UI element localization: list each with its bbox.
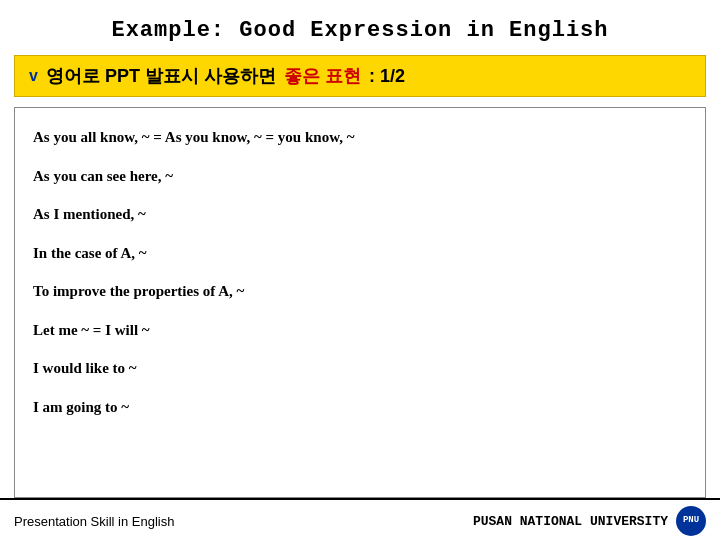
subtitle-korean-part1: 영어로 PPT 발표시 사용하면 [46, 64, 276, 88]
expression-item-1: As you all know, ~ = As you know, ~ = yo… [33, 118, 687, 157]
university-logo: PNU [676, 506, 706, 536]
slide-title: Example: Good Expression in English [0, 0, 720, 55]
subtitle-highlight: 좋은 표현 [284, 64, 361, 88]
footer-right: PUSAN NATIONAL UNIVERSITY PNU [473, 506, 706, 536]
expression-item-3: As I mentioned, ~ [33, 195, 687, 234]
footer: Presentation Skill in English PUSAN NATI… [0, 498, 720, 540]
slide: Example: Good Expression in English v 영어… [0, 0, 720, 540]
diamond-icon: v [29, 67, 38, 85]
subtitle-banner: v 영어로 PPT 발표시 사용하면 좋은 표현: 1/2 [14, 55, 706, 97]
university-name: PUSAN NATIONAL UNIVERSITY [473, 514, 668, 529]
expression-item-4: In the case of A, ~ [33, 234, 687, 273]
expression-item-8: I am going to ~ [33, 388, 687, 427]
expression-item-2: As you can see here, ~ [33, 157, 687, 196]
content-box: As you all know, ~ = As you know, ~ = yo… [14, 107, 706, 498]
subtitle-korean-part2: : 1/2 [369, 66, 405, 87]
footer-left-text: Presentation Skill in English [14, 514, 174, 529]
expression-item-6: Let me ~ = I will ~ [33, 311, 687, 350]
expression-item-7: I would like to ~ [33, 349, 687, 388]
expression-item-5: To improve the properties of A, ~ [33, 272, 687, 311]
